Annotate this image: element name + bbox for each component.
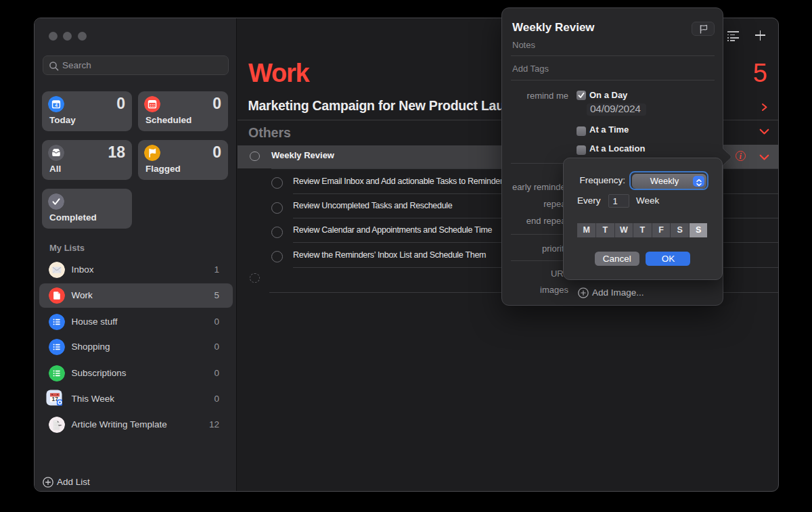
svg-text:4: 4 bbox=[55, 103, 58, 108]
